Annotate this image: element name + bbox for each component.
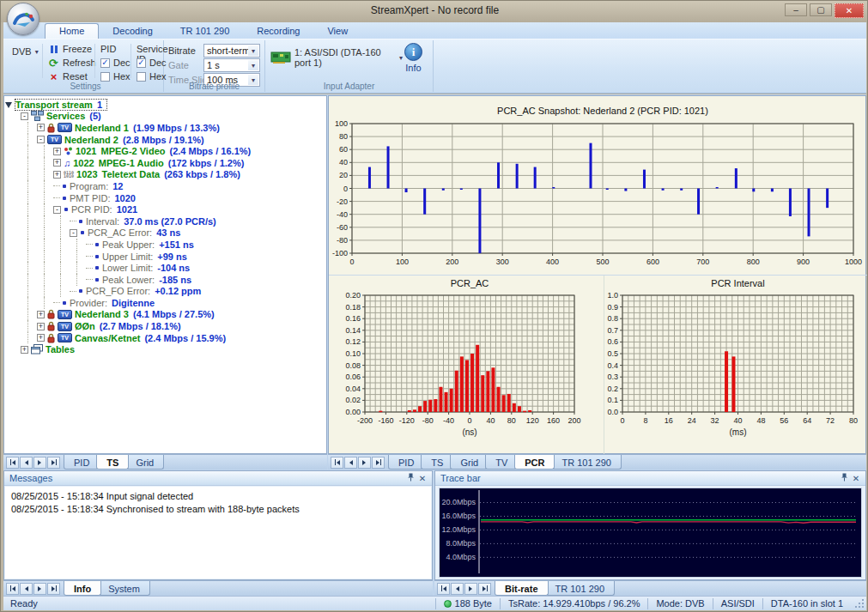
- freeze-button[interactable]: Freeze: [48, 44, 92, 54]
- adapter-card-icon: [270, 52, 291, 64]
- charts-scroll-first-button[interactable]: [331, 457, 343, 469]
- tree-item[interactable]: Transport stream1: [4, 99, 326, 111]
- trace-scroll-first-button[interactable]: [437, 583, 450, 595]
- expand-icon[interactable]: +: [53, 171, 61, 179]
- input-adapter-group-label: Input Adapter: [265, 82, 433, 91]
- tree-item[interactable]: Peak Upper:+151 ns: [4, 239, 326, 251]
- charts-tab-tv[interactable]: TV: [485, 455, 518, 470]
- tree-item-text: Nederland 2(2.8 Mbps / 19.1%): [64, 135, 209, 145]
- tree-scroll-first-button[interactable]: [6, 457, 19, 469]
- charts-tab-tr-101-290[interactable]: TR 101 290: [551, 455, 621, 470]
- charts-tab-pid[interactable]: PID: [388, 455, 424, 470]
- tree-item[interactable]: +TVCanvas/Ketnet(2.4 Mbps / 15.9%): [4, 332, 326, 344]
- messages-scroll-next-button[interactable]: [33, 583, 46, 595]
- tree-tab-grid[interactable]: Grid: [125, 455, 164, 470]
- trace-scroll-last-button[interactable]: [478, 583, 491, 595]
- tree-item[interactable]: -PCR_AC Error:43 ns: [4, 227, 326, 239]
- lock-icon: [47, 123, 55, 133]
- tree-item-text: PCR_FO Error:+0.12 ppm: [86, 286, 205, 296]
- reset-button[interactable]: × Reset: [48, 71, 88, 82]
- expand-icon[interactable]: +: [53, 148, 61, 155]
- messages-tab-system[interactable]: System: [98, 581, 150, 596]
- expand-icon[interactable]: +: [37, 311, 45, 318]
- ribbon-tab-decoding[interactable]: Decoding: [99, 24, 166, 39]
- tree-item[interactable]: -Services(5): [4, 111, 326, 123]
- trace-tab-tr-101-290[interactable]: TR 101 290: [545, 581, 615, 596]
- resize-grip[interactable]: [854, 598, 865, 609]
- minimize-button[interactable]: –: [785, 3, 807, 16]
- tree-item[interactable]: Peak Lower:-185 ns: [4, 274, 326, 286]
- ribbon-tab-home[interactable]: Home: [45, 23, 99, 39]
- service-id-hex-checkbox[interactable]: Hex: [137, 71, 167, 82]
- pid-dec-checkbox[interactable]: ✓ Dec: [100, 58, 131, 68]
- tree-scroll-last-button[interactable]: [47, 457, 60, 469]
- collapse-icon[interactable]: -: [37, 136, 45, 143]
- charts-tab-ts[interactable]: TS: [421, 455, 453, 470]
- trace-scroll-next-button[interactable]: [464, 583, 477, 595]
- ribbon-tab-recording[interactable]: Recording: [243, 24, 313, 39]
- gate-label: Gate: [168, 60, 189, 70]
- tree-item[interactable]: Lower Limit:-104 ns: [4, 262, 326, 274]
- tree-item[interactable]: +TVØØn(2.7 Mbps / 18.1%): [4, 320, 326, 332]
- trace-tab-bit-rate[interactable]: Bit-rate: [495, 581, 549, 596]
- bitrate-combo[interactable]: short-term▾: [203, 44, 260, 58]
- tree-tab-ts[interactable]: TS: [96, 455, 129, 470]
- tree-item[interactable]: Interval:37.0 ms (27.0 PCR/s): [4, 215, 326, 227]
- messages-scroll-first-button[interactable]: [6, 583, 19, 595]
- tree-item[interactable]: PCR_FO Error:+0.12 ppm: [4, 286, 326, 298]
- pin-icon[interactable]: [838, 473, 850, 483]
- expand-icon[interactable]: +: [37, 323, 45, 330]
- charts-scroll-next-button[interactable]: [358, 457, 371, 469]
- tree-item[interactable]: Program:12: [4, 180, 326, 192]
- tree-scroll-next-button[interactable]: [33, 457, 46, 469]
- messages-scroll-last-button[interactable]: [47, 583, 60, 595]
- charts-tab-pcr[interactable]: PCR: [514, 455, 555, 470]
- close-button[interactable]: ✕: [835, 3, 864, 18]
- charts-scroll-prev-button[interactable]: [344, 457, 357, 469]
- input-adapter-selector[interactable]: 1: ASI/SDI (DTA-160 port 1) ▾: [270, 47, 403, 68]
- collapse-icon[interactable]: -: [70, 229, 77, 237]
- tree-item-label: 1: [97, 100, 102, 110]
- tree-item[interactable]: +1021MPEG-2 Video(2.4 Mbps / 16.1%): [4, 145, 326, 157]
- pid-hex-checkbox[interactable]: Hex: [100, 71, 131, 82]
- tree-item[interactable]: Upper Limit:+99 ns: [4, 251, 326, 263]
- refresh-button[interactable]: ⟳ Refresh: [48, 58, 96, 68]
- close-icon[interactable]: ✕: [416, 474, 428, 483]
- tree-item[interactable]: -TVNederland 2(2.8 Mbps / 19.1%): [4, 134, 326, 146]
- expand-icon[interactable]: +: [53, 159, 61, 167]
- close-icon[interactable]: ✕: [850, 474, 862, 483]
- svg-text:1000: 1000: [845, 258, 862, 266]
- tree-scroll-prev-button[interactable]: [20, 457, 33, 469]
- tree-item[interactable]: +Tables: [4, 343, 326, 355]
- tree-item[interactable]: +011010101023Teletext Data(263 kbps / 1.…: [4, 169, 326, 181]
- collapse-icon[interactable]: -: [21, 112, 28, 120]
- charts-tab-grid[interactable]: Grid: [450, 455, 489, 470]
- tree-item[interactable]: Provider:Digitenne: [4, 297, 326, 309]
- maximize-button[interactable]: ▢: [810, 3, 832, 16]
- expand-icon[interactable]: +: [37, 334, 45, 342]
- trace-scroll-prev-button[interactable]: [451, 583, 464, 595]
- charts-scroll-last-button[interactable]: [372, 457, 385, 469]
- messages-scroll-prev-button[interactable]: [20, 583, 33, 595]
- tree-item[interactable]: +TVNederland 1(1.99 Mbps / 13.3%): [4, 122, 326, 134]
- pin-icon[interactable]: [404, 473, 416, 483]
- expand-icon[interactable]: +: [21, 346, 28, 354]
- dvb-dropdown-button[interactable]: DVB▾: [12, 46, 39, 57]
- application-menu-orb[interactable]: [7, 3, 39, 35]
- info-button[interactable]: i Info: [404, 43, 422, 73]
- tree-item[interactable]: +TVNederland 3(4.1 Mbps / 27.5%): [4, 309, 326, 321]
- lock-icon: [47, 321, 55, 331]
- ribbon-tab-view[interactable]: View: [313, 24, 361, 39]
- title-bar[interactable]: StreamXpert - No record file – ▢ ✕: [1, 1, 868, 22]
- ribbon-tab-tr-101-290[interactable]: TR 101 290: [167, 24, 243, 39]
- tree-tab-pid[interactable]: PID: [64, 455, 100, 470]
- tree-item-label: Nederland 2: [64, 135, 118, 145]
- messages-tab-info[interactable]: Info: [64, 581, 101, 596]
- service-id-dec-checkbox[interactable]: ✓ Dec: [137, 58, 167, 68]
- expand-icon[interactable]: +: [37, 124, 45, 131]
- tree-item[interactable]: -PCR PID:1021: [4, 203, 326, 215]
- collapse-icon[interactable]: -: [53, 206, 61, 214]
- tree-item[interactable]: +♫1022MPEG-1 Audio(172 kbps / 1.2%): [4, 157, 326, 169]
- gate-combo[interactable]: 1 s▾: [203, 58, 260, 72]
- tree-item[interactable]: PMT PID:1020: [4, 192, 326, 204]
